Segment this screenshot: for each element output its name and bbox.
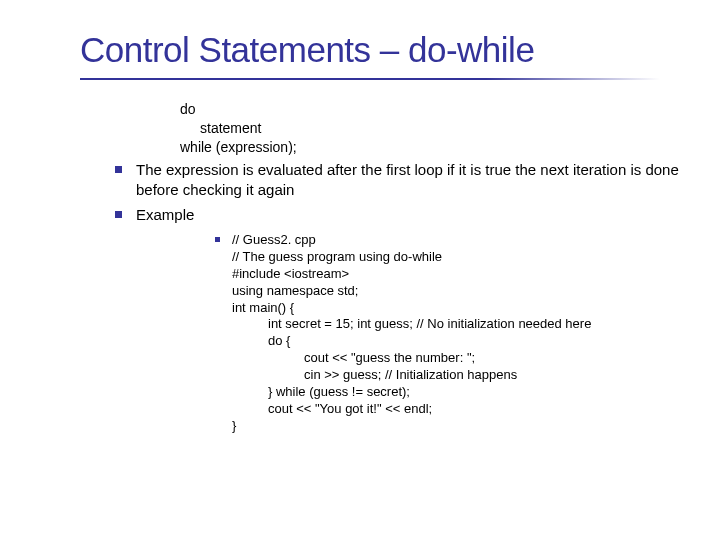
code-line: using namespace std; xyxy=(232,283,591,300)
code-line: cout << "guess the number: "; xyxy=(304,350,591,367)
syntax-line: do xyxy=(180,100,297,119)
code-line: do { xyxy=(268,333,591,350)
bullet-icon xyxy=(115,166,122,173)
bullet-icon xyxy=(215,237,220,242)
code-line: // The guess program using do-while xyxy=(232,249,591,266)
bullet-item: Example xyxy=(115,205,695,225)
title-underline xyxy=(80,78,660,80)
code-line: cout << "You got it!" << endl; xyxy=(268,401,591,418)
code-lines: // Guess2. cpp // The guess program usin… xyxy=(232,232,591,435)
code-line: #include <iostream> xyxy=(232,266,591,283)
slide-title: Control Statements – do-while xyxy=(80,30,534,70)
bullet-item: The expression is evaluated after the fi… xyxy=(115,160,695,201)
code-line: int secret = 15; int guess; // No initia… xyxy=(268,316,591,333)
code-block: // Guess2. cpp // The guess program usin… xyxy=(215,232,591,435)
code-line: // Guess2. cpp xyxy=(232,232,591,249)
code-line: } xyxy=(232,418,591,435)
bullet-text: The expression is evaluated after the fi… xyxy=(136,160,695,201)
syntax-line: while (expression); xyxy=(180,138,297,157)
code-line: int main() { xyxy=(232,300,591,317)
bullet-text: Example xyxy=(136,205,194,225)
code-line: cin >> guess; // Initialization happens xyxy=(304,367,591,384)
bullet-list: The expression is evaluated after the fi… xyxy=(115,160,695,225)
code-line: } while (guess != secret); xyxy=(268,384,591,401)
slide: Control Statements – do-while do stateme… xyxy=(0,0,720,540)
syntax-line: statement xyxy=(200,119,297,138)
bullet-icon xyxy=(115,211,122,218)
syntax-block: do statement while (expression); xyxy=(180,100,297,157)
